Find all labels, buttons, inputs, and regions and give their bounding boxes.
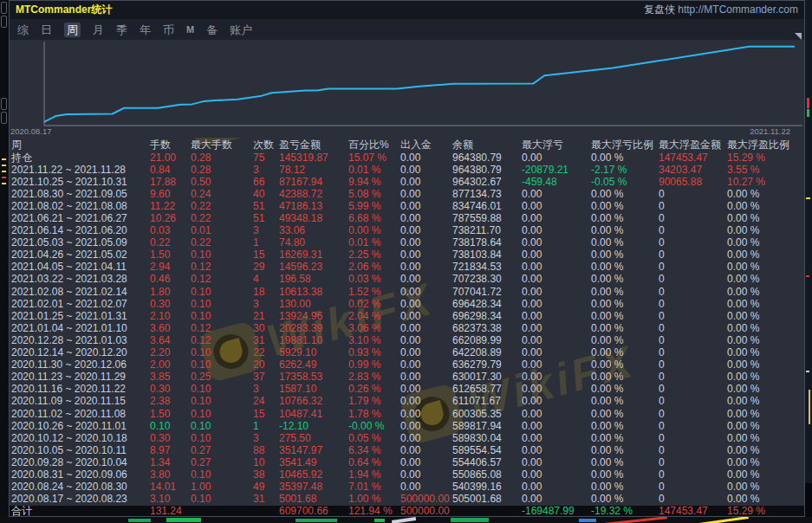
cell: 0.00 — [400, 287, 452, 298]
column-header: 最大浮盈比例 — [727, 139, 804, 151]
table-row[interactable]: 2021.02.01 ~ 2021.02.070.300.103130.000.… — [10, 298, 804, 310]
table-row[interactable]: 2021.06.21 ~ 2021.06.2710.260.225149348.… — [10, 212, 804, 224]
menu-item-备[interactable]: 备 — [206, 23, 218, 37]
cell: 0.00 % — [591, 311, 659, 322]
cell: 0.30 — [150, 384, 191, 395]
cell: 721834.53 — [452, 262, 522, 273]
cell: 51 — [253, 201, 279, 212]
cell: 78.12 — [279, 165, 348, 176]
table-row[interactable]: 2020.08.24 ~ 2020.08.3014.011.004935397.… — [10, 481, 804, 494]
cell: 275.50 — [279, 433, 348, 444]
cell: 40 — [253, 189, 279, 200]
table-row[interactable]: 2020.11.23 ~ 2020.11.293.850.253717358.5… — [10, 371, 804, 384]
cell: 554406.57 — [452, 457, 522, 468]
table-row[interactable]: 2020.10.12 ~ 2020.10.180.300.103275.500.… — [10, 432, 804, 444]
cell: 2021.10.25 ~ 2021.10.31 — [11, 177, 150, 188]
table-row[interactable]: 2020.08.31 ~ 2020.09.063.800.103810465.9… — [10, 468, 804, 481]
cell: 2021.04.05 ~ 2021.04.11 — [11, 262, 150, 273]
cell: 35397.48 — [279, 481, 348, 493]
site-brand: 复盘侠 — [644, 3, 675, 16]
cell: 10.27 % — [727, 177, 804, 188]
table-row[interactable]: 2021.08.02 ~ 2021.08.0811.220.225147186.… — [10, 200, 804, 212]
table-row[interactable]: 持仓21.000.2875145319.8715.07 %0.00964380.… — [10, 152, 804, 164]
cell: 0.00 — [400, 311, 452, 322]
menu-item-季[interactable]: 季 — [116, 23, 127, 37]
table-row[interactable]: 2020.11.30 ~ 2020.12.062.000.10206262.49… — [10, 359, 804, 371]
table-row[interactable]: 2021.01.25 ~ 2021.01.312.100.102113924.9… — [10, 310, 804, 322]
cell: 1 — [253, 237, 279, 249]
table-row[interactable]: 2021.10.25 ~ 2021.10.3117.880.506687167.… — [10, 176, 804, 188]
cell: 0.00 — [400, 274, 452, 285]
menu-item-M[interactable]: M — [186, 23, 194, 37]
table-row[interactable]: 2021.04.26 ~ 2021.05.021.500.101516269.3… — [10, 249, 804, 262]
period-menu-bar: 综日周月季年币M备账户 — [10, 19, 804, 40]
window-title: MTCommander统计 — [16, 3, 112, 17]
cell: 0.00 % — [727, 311, 804, 322]
cell: 0 — [659, 335, 727, 346]
cell: 0.24 — [191, 189, 253, 200]
background-app-right-edge — [805, 0, 812, 523]
table-row[interactable]: 2021.03.22 ~ 2021.03.280.460.124196.580.… — [10, 274, 804, 286]
menu-item-综[interactable]: 综 — [17, 23, 29, 37]
cell: 2020.08.24 ~ 2020.08.30 — [11, 481, 150, 493]
table-row[interactable]: 2021.02.08 ~ 2021.02.141.800.101810613.3… — [10, 286, 804, 298]
cell: 87167.94 — [279, 177, 348, 188]
cell: 19881.10 — [279, 335, 348, 346]
cell: 609700.66 — [279, 506, 348, 517]
cell: 0.00 % — [727, 421, 804, 432]
cell: 0.00 % — [727, 494, 804, 505]
statistics-window: WikiFX WikiFX WikiFX MTCommander统计 复盘侠 h… — [9, 0, 805, 517]
cell: 2020.10.12 ~ 2020.10.18 — [11, 433, 150, 444]
table-row[interactable]: 2020.12.28 ~ 2021.01.033.640.123119881.1… — [10, 334, 804, 346]
table-row[interactable]: 2020.12.14 ~ 2020.12.202.200.10225929.10… — [10, 347, 804, 359]
cell: 2021.08.02 ~ 2021.08.08 — [11, 201, 150, 212]
cell: 0.84 — [150, 165, 191, 176]
table-row[interactable]: 2020.10.26 ~ 2020.11.010.100.101-12.10-0… — [10, 420, 804, 432]
cell: 21 — [253, 311, 279, 322]
table-row[interactable]: 2021.04.05 ~ 2021.04.112.940.122914596.2… — [10, 262, 804, 274]
cell: 0 — [659, 481, 727, 493]
table-row[interactable]: 2021.11.22 ~ 2021.11.280.840.28378.120.0… — [10, 164, 804, 176]
title-bar[interactable]: MTCommander统计 复盘侠 http://MTCommander.com — [10, 1, 804, 19]
menu-item-月[interactable]: 月 — [93, 23, 104, 37]
background-mark — [579, 519, 596, 522]
menu-item-账户[interactable]: 账户 — [230, 23, 252, 37]
cell: 0.03 — [150, 225, 191, 236]
cell: 0.00 — [522, 237, 591, 249]
menu-item-币[interactable]: 币 — [163, 23, 174, 37]
cell: 3.55 % — [727, 165, 804, 176]
cell: 0.25 — [191, 371, 253, 383]
cell: -19.32 % — [591, 506, 659, 517]
table-row[interactable]: 2020.11.02 ~ 2020.11.081.500.101510487.4… — [10, 408, 804, 420]
cell: 964302.67 — [452, 177, 522, 188]
table-row[interactable]: 2020.10.05 ~ 2020.10.118.970.278835147.9… — [10, 444, 804, 456]
cell: 33.06 — [279, 225, 348, 236]
table-row[interactable]: 2021.01.04 ~ 2021.01.103.600.123020283.3… — [10, 322, 804, 334]
cell: 0.00 — [522, 225, 591, 236]
cell: 5.99 % — [348, 201, 400, 212]
table-row[interactable]: 2020.11.16 ~ 2020.11.220.300.1031587.100… — [10, 384, 804, 396]
cell: 2.06 % — [348, 262, 400, 273]
cell: 636279.79 — [452, 359, 522, 371]
total-row[interactable]: 合计131.24609700.66121.94 %500000.00-16948… — [10, 506, 804, 517]
table-row[interactable]: 2020.08.17 ~ 2020.08.233.100.10315001.68… — [10, 494, 804, 506]
x-axis-start-label: 2020.08.17 — [10, 126, 52, 136]
table-row[interactable]: 2021.05.03 ~ 2021.05.090.220.22174.800.0… — [10, 237, 804, 249]
background-mark — [2, 165, 6, 166]
cell: 0.00 — [522, 421, 591, 432]
cell: 2021.08.30 ~ 2021.09.05 — [11, 189, 150, 200]
menu-item-日[interactable]: 日 — [41, 23, 52, 37]
menu-item-周[interactable]: 周 — [64, 23, 81, 37]
resize-grip[interactable] — [795, 33, 802, 40]
table-row[interactable]: 2021.08.30 ~ 2021.09.059.600.244042388.7… — [10, 188, 804, 200]
table-row[interactable]: 2021.06.14 ~ 2021.06.200.030.01333.060.0… — [10, 225, 804, 237]
site-link[interactable]: 复盘侠 http://MTCommander.com — [644, 3, 798, 17]
cell: 0.00 % — [591, 396, 659, 407]
cell: 1 — [253, 421, 279, 432]
cell: 38 — [253, 469, 279, 481]
table-row[interactable]: 2020.11.09 ~ 2020.11.152.380.102410766.3… — [10, 396, 804, 408]
table-row[interactable]: 2020.09.28 ~ 2020.10.041.340.27103541.49… — [10, 456, 804, 468]
menu-item-年[interactable]: 年 — [140, 23, 151, 37]
cell: 707041.72 — [452, 287, 522, 298]
cell: 10766.32 — [279, 396, 348, 407]
